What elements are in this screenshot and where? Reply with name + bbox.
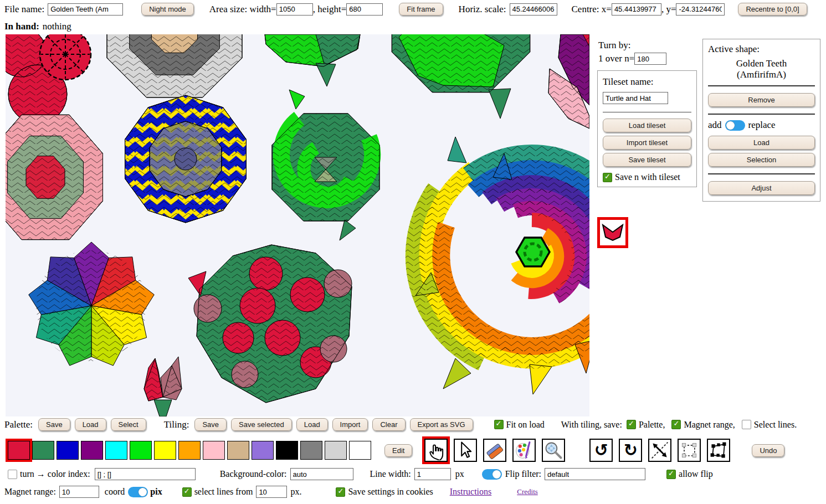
palette-swatch-12[interactable] (300, 441, 322, 460)
select-lines-px-label: px. (290, 487, 301, 497)
figure-green-fragment (265, 34, 360, 86)
palette-swatch-9[interactable] (227, 441, 249, 460)
turn-n-input[interactable] (634, 53, 666, 65)
palette-button-load[interactable]: Load (75, 418, 106, 431)
flip-filter-label: Flip filter: (505, 469, 541, 479)
select-lines-input[interactable] (256, 486, 287, 498)
area-height-input[interactable] (346, 3, 383, 16)
palette-swatch-11[interactable] (276, 441, 298, 460)
tiling-canvas[interactable] (6, 34, 589, 416)
palette-tiling-bar: Palette: SaveLoadSelect Tiling: SaveSave… (4, 418, 797, 431)
palette-section-label: Palette: (4, 419, 33, 430)
save-select-lines-checkbox[interactable] (742, 420, 751, 429)
line-width-input[interactable] (414, 468, 451, 480)
palette-swatch-7[interactable] (178, 441, 201, 460)
figure-red-green-patch (188, 245, 352, 403)
instructions-link[interactable]: Instructions (450, 487, 492, 497)
turn-color-checkbox[interactable] (8, 470, 17, 479)
save-magnet-checkbox[interactable] (671, 420, 681, 429)
load-shape-button[interactable]: Load (708, 136, 815, 150)
tool-pan-hand[interactable] (424, 439, 448, 462)
turn-by-label: Turn by: (598, 40, 666, 51)
allow-flip-checkbox[interactable] (666, 470, 676, 479)
palette-swatch-13[interactable] (325, 441, 347, 460)
tool-eraser[interactable] (483, 439, 506, 462)
tiling-button-save-selected[interactable]: Save selected (231, 418, 292, 431)
save-magnet-label: Magnet range, (684, 420, 735, 430)
tool-rotate-ccw[interactable]: ↺ (589, 439, 613, 462)
tool-zoom[interactable] (542, 439, 565, 462)
tool-flip[interactable] (648, 439, 671, 462)
fit-frame-button[interactable]: Fit frame (399, 3, 443, 16)
magnet-range-input[interactable] (59, 486, 99, 498)
centre-y-input[interactable] (676, 3, 725, 16)
palette-icon (514, 440, 534, 460)
active-shape-preview[interactable] (600, 220, 625, 245)
active-shape-title: Active shape: (708, 44, 815, 55)
rotate-cw-icon: ↻ (624, 442, 638, 459)
save-palette-checkbox[interactable] (627, 420, 636, 429)
add-replace-toggle[interactable] (725, 120, 745, 131)
credits-link[interactable]: Credits (517, 487, 538, 496)
flip-filter-toggle[interactable] (482, 469, 502, 480)
line-width-label: Line width: (370, 469, 411, 479)
turn-color-input[interactable] (95, 468, 196, 480)
selection-button[interactable]: Selection (708, 153, 815, 167)
tool-edit-nodes[interactable] (707, 439, 730, 462)
palette-button-save[interactable]: Save (38, 418, 70, 431)
tool-rotate-cw[interactable]: ↻ (619, 439, 642, 462)
horiz-scale-input[interactable] (510, 3, 557, 16)
save-tileset-button[interactable]: Save tileset (603, 153, 691, 167)
tiling-button-export-as-svg[interactable]: Export as SVG (410, 418, 473, 431)
figure-green-octagon (392, 34, 530, 119)
load-tileset-button[interactable]: Load tileset (603, 119, 691, 132)
palette-swatch-0[interactable] (8, 441, 30, 460)
settings-row-1: turn → color index: Background-color: Li… (8, 468, 713, 480)
dashed-selection-icon (679, 440, 699, 460)
tiling-button-load[interactable]: Load (296, 418, 328, 431)
palette-swatch-6[interactable] (154, 441, 176, 460)
undo-button[interactable]: Undo (752, 444, 784, 457)
tileset-name-input[interactable] (603, 92, 668, 104)
palette-swatch-10[interactable] (252, 441, 274, 460)
file-name-input[interactable] (48, 3, 123, 16)
tool-transform-selection[interactable] (678, 439, 701, 462)
flip-filter-input[interactable] (545, 468, 645, 480)
tool-select-arrow[interactable] (454, 439, 477, 462)
area-width-input[interactable] (276, 3, 313, 16)
save-n-checkbox[interactable] (603, 173, 612, 182)
bg-color-input[interactable] (290, 468, 353, 480)
cookies-checkbox[interactable] (336, 487, 345, 497)
import-tileset-button[interactable]: Import tileset (603, 136, 691, 150)
tiling-button-import[interactable]: Import (332, 418, 368, 431)
area-height-label: , height= (313, 4, 347, 15)
select-lines-checkbox[interactable] (182, 487, 192, 497)
in-hand-row: In hand: nothing (4, 21, 71, 32)
palette-swatch-4[interactable] (105, 441, 127, 460)
in-hand-value: nothing (43, 21, 71, 32)
allow-flip-label: allow flip (679, 469, 713, 479)
tool-paint-palette[interactable] (512, 439, 536, 462)
adjust-button[interactable]: Adjust (708, 181, 815, 195)
palette-swatch-3[interactable] (81, 441, 103, 460)
active-shape-name: Golden Teeth (708, 58, 815, 69)
palette-swatch-8[interactable] (203, 441, 225, 460)
palette-swatch-14[interactable] (349, 441, 371, 460)
palette-swatch-1[interactable] (32, 441, 54, 460)
remove-shape-button[interactable]: Remove (708, 93, 815, 107)
edit-palette-button[interactable]: Edit (384, 444, 412, 457)
coord-pix-toggle[interactable] (128, 487, 148, 497)
palette-button-select[interactable]: Select (111, 418, 146, 431)
recentre-button[interactable]: Recentre to [0,0] (738, 3, 807, 16)
fit-on-load-checkbox[interactable] (494, 420, 504, 429)
night-mode-button[interactable]: Night mode (141, 3, 193, 16)
tiling-button-save[interactable]: Save (194, 418, 227, 431)
horiz-scale-label: Horiz. scale: (459, 4, 506, 15)
active-shape-panel: Active shape: Golden Teeth (AmfirifmA) R… (702, 39, 820, 202)
palette-swatch-5[interactable] (130, 441, 152, 460)
centre-x-input[interactable] (612, 3, 661, 16)
tiling-button-clear[interactable]: Clear (372, 418, 405, 431)
bg-color-label: Background-color: (220, 469, 287, 479)
figure-small-flower (144, 357, 182, 416)
palette-swatch-2[interactable] (57, 441, 79, 460)
